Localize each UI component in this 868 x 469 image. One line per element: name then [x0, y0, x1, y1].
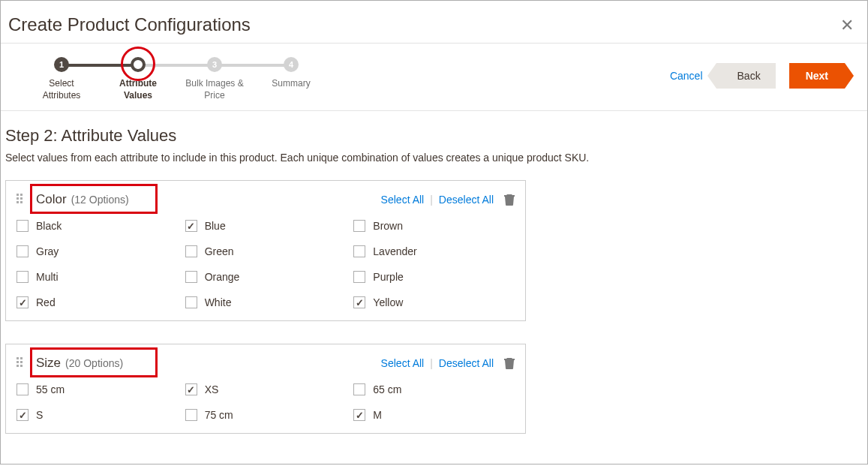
option-red[interactable]: Red	[17, 296, 178, 308]
option-label: Lavender	[373, 245, 416, 257]
deselect-all-link[interactable]: Deselect All	[439, 357, 494, 369]
options-grid: BlackBlueBrownGrayGreenLavenderMultiOran…	[17, 220, 515, 308]
checkbox[interactable]	[185, 271, 197, 283]
select-all-link[interactable]: Select All	[381, 194, 425, 206]
step-number: 1	[54, 57, 69, 72]
checkbox[interactable]	[185, 296, 197, 308]
step-number: 4	[284, 57, 299, 72]
wizard-step-1[interactable]: 1Select Attributes	[23, 57, 100, 101]
wizard-step-4[interactable]: 4Summary	[253, 57, 329, 90]
option-orange[interactable]: Orange	[185, 271, 347, 283]
option-s[interactable]: S	[17, 409, 178, 421]
wizard-actions: Cancel Back Next	[670, 63, 845, 89]
attribute-header: Size(20 Options)Select All|Deselect All	[17, 353, 515, 373]
checkbox[interactable]	[185, 220, 197, 232]
modal-header: Create Product Configurations ✕	[1, 1, 867, 43]
option-label: Brown	[373, 220, 403, 232]
option-white[interactable]: White	[185, 296, 347, 308]
option-purple[interactable]: Purple	[353, 271, 515, 283]
option-yellow[interactable]: Yellow	[353, 296, 515, 308]
step-content: Step 2: Attribute Values Select values f…	[1, 111, 867, 434]
step-label: Bulk Images & Price	[185, 78, 243, 101]
attribute-title-wrap: Size(20 Options)	[33, 353, 129, 373]
attribute-name: Size	[36, 356, 61, 370]
option-65-cm[interactable]: 65 cm	[353, 383, 515, 395]
attribute-title-wrap: Color(12 Options)	[33, 190, 135, 209]
svg-rect-3	[20, 197, 23, 200]
drag-handle-icon[interactable]	[17, 194, 26, 206]
delete-icon[interactable]	[504, 357, 515, 369]
step-connector	[138, 64, 215, 67]
checkbox[interactable]	[17, 220, 29, 232]
back-button[interactable]: Back	[716, 63, 776, 89]
checkbox[interactable]	[17, 296, 29, 308]
option-xs[interactable]: XS	[185, 383, 347, 395]
checkbox[interactable]	[353, 383, 365, 395]
checkbox[interactable]	[17, 271, 29, 283]
modal-title: Create Product Configurations	[8, 14, 845, 35]
next-button[interactable]: Next	[789, 63, 845, 89]
option-black[interactable]: Black	[17, 220, 178, 232]
svg-rect-5	[20, 201, 23, 203]
delete-icon[interactable]	[504, 194, 515, 206]
checkbox[interactable]	[353, 296, 365, 308]
step-title: Step 2: Attribute Values	[5, 126, 860, 146]
close-icon[interactable]: ✕	[840, 17, 854, 34]
svg-rect-4	[17, 201, 19, 203]
option-m[interactable]: M	[353, 409, 515, 421]
option-label: 65 cm	[373, 383, 401, 395]
svg-rect-2	[17, 197, 19, 200]
create-product-configurations-modal: Create Product Configurations ✕ 1Select …	[0, 0, 868, 464]
step-label: Attribute Values	[119, 78, 157, 101]
svg-rect-1	[20, 194, 23, 196]
checkbox[interactable]	[353, 245, 365, 257]
option-blue[interactable]: Blue	[185, 220, 347, 232]
checkbox[interactable]	[353, 271, 365, 283]
svg-rect-6	[17, 357, 19, 359]
separator: |	[430, 357, 433, 369]
attribute-header: Color(12 Options)Select All|Deselect All	[17, 190, 515, 209]
step-label: Select Attributes	[43, 78, 81, 101]
option-label: 55 cm	[36, 383, 65, 395]
checkbox[interactable]	[185, 409, 197, 421]
checkbox[interactable]	[353, 409, 365, 421]
option-label: Orange	[205, 271, 240, 283]
step-number: 3	[207, 57, 222, 72]
option-label: Gray	[36, 245, 59, 257]
option-55-cm[interactable]: 55 cm	[17, 383, 178, 395]
checkbox[interactable]	[17, 245, 29, 257]
option-75-cm[interactable]: 75 cm	[185, 409, 347, 421]
svg-rect-11	[20, 365, 23, 367]
svg-rect-0	[17, 194, 19, 196]
checkbox[interactable]	[17, 383, 29, 395]
attribute-header-left: Size(20 Options)	[17, 353, 129, 373]
checkbox[interactable]	[185, 383, 197, 395]
select-all-link[interactable]: Select All	[381, 357, 425, 369]
separator: |	[430, 194, 433, 206]
checkbox[interactable]	[185, 245, 197, 257]
option-brown[interactable]: Brown	[353, 220, 515, 232]
option-label: Green	[205, 245, 234, 257]
checkbox[interactable]	[353, 220, 365, 232]
option-green[interactable]: Green	[185, 245, 347, 257]
drag-handle-icon[interactable]	[17, 357, 26, 369]
option-multi[interactable]: Multi	[17, 271, 178, 283]
deselect-all-link[interactable]: Deselect All	[439, 194, 494, 206]
attribute-box-size: Size(20 Options)Select All|Deselect All5…	[5, 344, 526, 434]
attribute-header-right: Select All|Deselect All	[381, 194, 515, 206]
cancel-link[interactable]: Cancel	[670, 70, 703, 82]
option-label: White	[205, 296, 232, 308]
option-label: Purple	[373, 271, 403, 283]
option-label: Blue	[205, 220, 226, 232]
option-gray[interactable]: Gray	[17, 245, 178, 257]
option-lavender[interactable]: Lavender	[353, 245, 515, 257]
option-label: S	[36, 409, 43, 421]
step-description: Select values from each attribute to inc…	[5, 152, 860, 164]
option-label: Multi	[36, 271, 59, 283]
svg-rect-9	[20, 361, 23, 363]
option-label: Black	[36, 220, 62, 232]
attribute-box-color: Color(12 Options)Select All|Deselect All…	[5, 180, 526, 321]
svg-rect-8	[17, 361, 19, 363]
svg-rect-7	[20, 357, 23, 359]
checkbox[interactable]	[17, 409, 29, 421]
